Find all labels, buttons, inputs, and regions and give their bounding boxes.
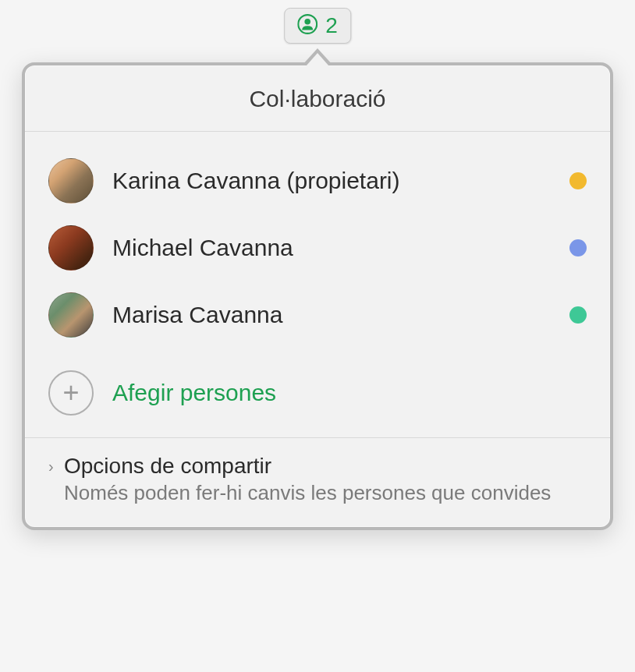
add-people-button[interactable]: + Afegir persones: [25, 356, 610, 437]
popover-arrow: [302, 48, 333, 65]
participant-name: Karina Cavanna (propietari): [112, 168, 551, 194]
plus-icon: +: [48, 370, 94, 416]
svg-point-1: [304, 19, 310, 25]
add-people-label: Afegir persones: [112, 380, 276, 406]
collaboration-toolbar-button[interactable]: 2: [284, 8, 351, 44]
status-dot: [569, 172, 587, 189]
status-dot: [569, 306, 587, 324]
participants-list: Karina Cavanna (propietari) Michael Cava…: [25, 132, 610, 356]
participant-row[interactable]: Michael Cavanna: [48, 214, 587, 281]
participant-row[interactable]: Marisa Cavanna: [48, 281, 587, 348]
participant-name: Michael Cavanna: [112, 235, 551, 261]
share-options-subtitle: Només poden fer-hi canvis les persones q…: [64, 480, 587, 507]
popover-title: Col·laboració: [25, 65, 610, 132]
share-options-toggle[interactable]: › Opcions de compartir: [48, 454, 587, 479]
participant-name: Marisa Cavanna: [112, 302, 551, 328]
avatar: [48, 158, 94, 203]
status-dot: [569, 239, 587, 256]
avatar: [48, 225, 94, 271]
chevron-right-icon: ›: [48, 458, 61, 476]
collaboration-popover: Col·laboració Karina Cavanna (propietari…: [22, 62, 613, 530]
share-options-section: › Opcions de compartir Només poden fer-h…: [25, 437, 610, 527]
participant-count: 2: [325, 13, 338, 38]
participant-row[interactable]: Karina Cavanna (propietari): [48, 147, 587, 214]
person-icon: [297, 14, 318, 37]
share-options-title: Opcions de compartir: [64, 454, 271, 479]
avatar: [48, 292, 94, 338]
